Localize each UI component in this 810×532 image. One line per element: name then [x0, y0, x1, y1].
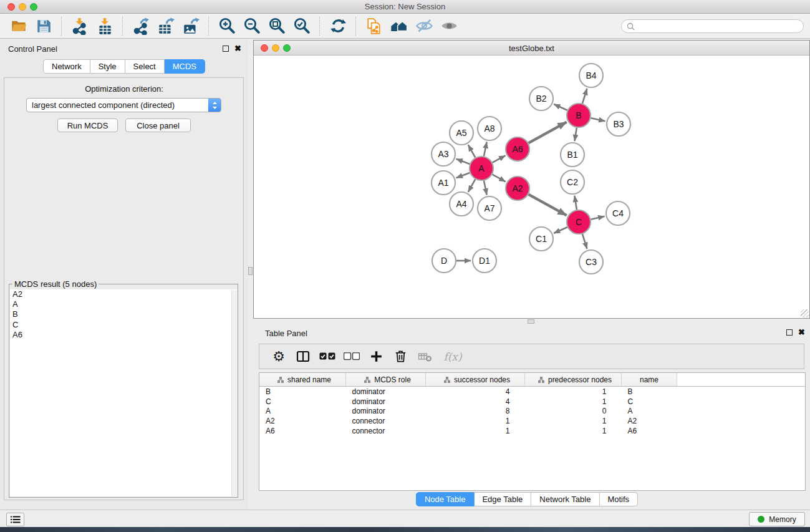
window-resize-grip[interactable]: [801, 309, 809, 317]
edge-A-A4[interactable]: [468, 179, 475, 191]
node-D1[interactable]: D1: [473, 249, 496, 273]
table-cell[interactable]: 1: [525, 397, 622, 407]
table-row[interactable]: Adominator80A: [259, 407, 806, 417]
node-C[interactable]: C: [567, 210, 591, 234]
hide-selected-button[interactable]: [413, 16, 435, 36]
mcds-result-scrollbar[interactable]: [231, 290, 238, 497]
search-field[interactable]: [621, 19, 804, 33]
float-panel-icon[interactable]: [223, 46, 229, 52]
zoom-in-button[interactable]: [216, 16, 238, 36]
node-C2[interactable]: C2: [561, 170, 584, 194]
tab-node-table[interactable]: Node Table: [416, 492, 475, 506]
node-A7[interactable]: A7: [478, 196, 501, 220]
table-cell[interactable]: 1: [525, 426, 622, 436]
table-float-panel-icon[interactable]: [786, 329, 793, 336]
edge-C-C1[interactable]: [554, 227, 567, 233]
table-row[interactable]: A2connector11A2: [259, 416, 806, 426]
node-A1[interactable]: A1: [432, 171, 455, 195]
table-cell[interactable]: connector: [346, 416, 426, 426]
table-cell[interactable]: 1: [426, 416, 525, 426]
edge-A2-C[interactable]: [529, 195, 567, 216]
close-panel-button[interactable]: Close panel: [125, 118, 191, 132]
node-A8[interactable]: A8: [478, 117, 501, 140]
select-all-columns-button[interactable]: [318, 347, 337, 366]
edge-B-B4[interactable]: [582, 89, 587, 104]
zoom-out-button[interactable]: [241, 16, 263, 36]
edge-B-B3[interactable]: [591, 118, 605, 121]
table-row[interactable]: Cdominator41C: [259, 397, 806, 407]
node-A2[interactable]: A2: [506, 177, 529, 200]
table-cell[interactable]: 1: [525, 387, 622, 397]
mcds-result-item[interactable]: A6: [10, 330, 237, 340]
import-table-button[interactable]: [94, 16, 115, 36]
export-image-button[interactable]: [180, 16, 201, 36]
table-cell[interactable]: A2: [259, 416, 346, 426]
table-cell[interactable]: A2: [622, 416, 677, 426]
node-B2[interactable]: B2: [529, 87, 553, 110]
show-column-button[interactable]: [294, 347, 312, 366]
edge-A-A5[interactable]: [468, 145, 475, 157]
criterion-dropdown[interactable]: largest connected component (directed): [26, 98, 221, 112]
edge-A-A8[interactable]: [484, 142, 487, 157]
edge-C-C4[interactable]: [591, 216, 605, 220]
mcds-result-item[interactable]: C: [10, 320, 237, 330]
node-A4[interactable]: A4: [450, 192, 473, 216]
zoom-fit-button[interactable]: [266, 16, 287, 36]
save-session-button[interactable]: [33, 16, 54, 36]
table-options-button[interactable]: ⚙: [269, 347, 288, 366]
search-input[interactable]: [638, 21, 796, 31]
column-header-successor-nodes[interactable]: successor nodes: [426, 373, 525, 387]
column-header-mcds-role[interactable]: MCDS role: [346, 373, 426, 387]
tab-select[interactable]: Select: [125, 59, 165, 74]
node-B[interactable]: B: [567, 104, 591, 127]
table-cell[interactable]: B: [259, 387, 346, 397]
apply-layout-button[interactable]: [327, 16, 349, 36]
node-B1[interactable]: B1: [561, 143, 584, 167]
table-cell[interactable]: A6: [259, 426, 346, 436]
delete-column-button[interactable]: [391, 347, 410, 366]
edge-B-B2[interactable]: [554, 104, 567, 110]
mcds-result-item[interactable]: A: [10, 299, 237, 309]
node-A5[interactable]: A5: [450, 121, 473, 145]
node-A[interactable]: A: [470, 157, 493, 180]
edge-C-C3[interactable]: [582, 234, 587, 249]
table-cell[interactable]: dominator: [346, 397, 426, 407]
edge-A-A2[interactable]: [493, 175, 506, 182]
show-all-button[interactable]: [438, 16, 460, 36]
memory-button[interactable]: Memory: [749, 512, 805, 526]
table-cell[interactable]: C: [259, 397, 346, 407]
table-cell[interactable]: 4: [426, 397, 525, 407]
open-session-button[interactable]: [8, 16, 29, 36]
new-network-from-selection-button[interactable]: [364, 16, 385, 36]
table-cell[interactable]: A: [622, 407, 677, 417]
tab-network[interactable]: Network: [43, 59, 90, 74]
add-column-button[interactable]: [367, 347, 385, 366]
column-header-predecessor-nodes[interactable]: predecessor nodes: [525, 373, 622, 387]
table-cell[interactable]: dominator: [346, 407, 426, 417]
show-panels-button[interactable]: [6, 513, 24, 526]
table-row[interactable]: A6connector11A6: [259, 426, 806, 436]
edge-A-A3[interactable]: [456, 159, 470, 164]
table-cell[interactable]: A6: [622, 426, 677, 436]
node-A6[interactable]: A6: [506, 137, 529, 161]
table-cell[interactable]: dominator: [346, 387, 426, 397]
tab-style[interactable]: Style: [90, 59, 125, 74]
column-header-name[interactable]: name: [622, 373, 677, 387]
horizontal-splitter-handle[interactable]: [528, 319, 534, 324]
table-cell[interactable]: B: [622, 387, 677, 397]
edge-A-A6[interactable]: [493, 155, 506, 162]
table-cell[interactable]: 4: [426, 387, 525, 397]
import-network-button[interactable]: [69, 16, 90, 36]
node-A3[interactable]: A3: [432, 142, 455, 166]
node-D[interactable]: D: [432, 249, 456, 273]
node-table-header[interactable]: shared nameMCDS rolesuccessor nodesprede…: [259, 373, 806, 387]
table-cell[interactable]: A: [259, 407, 346, 417]
table-row[interactable]: Bdominator41B: [259, 387, 806, 397]
close-panel-icon[interactable]: ✖: [234, 45, 241, 52]
tab-edge-table[interactable]: Edge Table: [474, 492, 531, 506]
run-mcds-button[interactable]: Run MCDS: [57, 118, 118, 132]
export-table-button[interactable]: [155, 16, 176, 36]
table-cell[interactable]: 1: [426, 426, 525, 436]
edge-C-C2[interactable]: [574, 196, 577, 210]
tab-network-table[interactable]: Network Table: [531, 492, 599, 506]
